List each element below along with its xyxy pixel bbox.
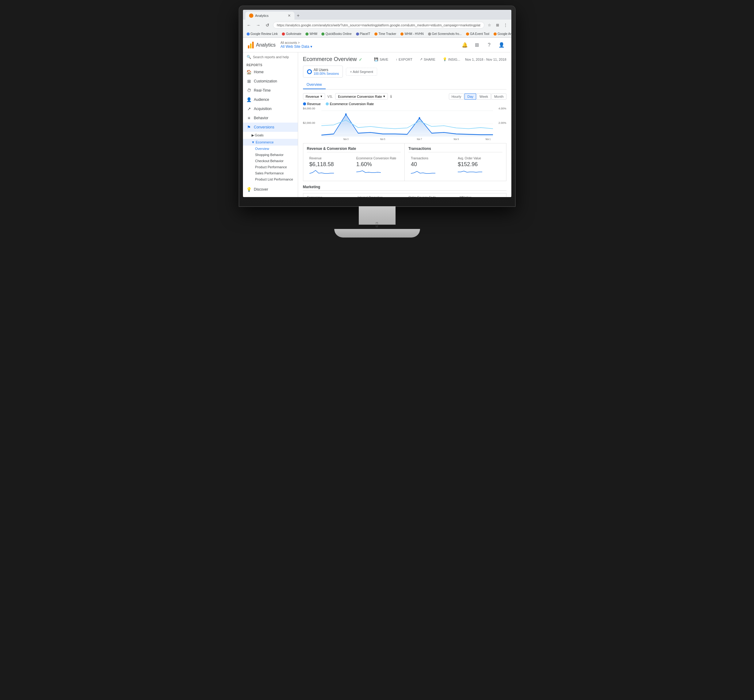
search-icon: 🔍 [247, 55, 251, 59]
bookmark-icon [322, 33, 325, 36]
tab-overview[interactable]: Overview [303, 81, 326, 89]
home-icon: 🏠 [247, 70, 251, 75]
bookmark-screenshots[interactable]: Get Screenshots fro... [427, 31, 463, 36]
ga-logo-bar-2 [250, 44, 251, 48]
revenue-section-title: Revenue & Conversion Rate [307, 147, 401, 152]
notification-bell-button[interactable]: 🔔 [460, 40, 470, 50]
sidebar-item-customization[interactable]: ⊞ Customization [243, 77, 298, 86]
week-button[interactable]: Week [477, 94, 491, 100]
transaction-stats: Transactions 40 Avg. Order Value $152 [408, 155, 503, 178]
reload-button[interactable]: ↺ [264, 22, 271, 29]
menu-button[interactable]: ⋮ [502, 22, 509, 28]
address-bar[interactable] [273, 22, 484, 28]
sidebar-item-admin[interactable]: ⚙ Admin [243, 194, 298, 197]
save-icon: 💾 [374, 57, 378, 61]
segment-all-users[interactable]: All Users 100.00% Sessions [303, 66, 343, 78]
sidebar-item-audience[interactable]: 👤 Audience [243, 95, 298, 104]
bookmark-whm-hvhn[interactable]: WHM - HVHN [399, 31, 425, 36]
bookmark-placeit[interactable]: PlaceIT [355, 31, 372, 36]
audience-icon: 👤 [247, 97, 251, 102]
svg-point-5 [418, 117, 420, 119]
tab-close-btn[interactable]: ✕ [288, 14, 291, 18]
sidebar-item-discover[interactable]: 💡 Discover [243, 185, 298, 194]
bookmark-whm[interactable]: WHM [304, 31, 318, 36]
marketing-campaigns: Campaigns 16 Transactions $2,492.87 Reve… [303, 194, 354, 197]
sidebar-sub-sub-item-checkout-behavior[interactable]: Checkout Behavior [243, 158, 298, 164]
sidebar-sub-sub-item-sales-performance[interactable]: Sales Performance [243, 170, 298, 176]
sidebar-sub-item-ecommerce[interactable]: ▼ Ecommerce [243, 139, 298, 145]
sidebar-item-behavior[interactable]: ≡ Behavior [243, 113, 298, 123]
marketing-affiliation: Affiliation 0 Transactions $0.00 Revenue… [456, 194, 506, 197]
dropdown-arrow-icon-2: ▾ [383, 94, 385, 98]
marketing-coupon: Order Coupon Code 0 Transactions $0.00 R… [405, 194, 455, 197]
stat-transactions-value: 40 [411, 161, 453, 168]
share-button[interactable]: ↗ SHARE [417, 56, 438, 62]
bookmark-goanimate[interactable]: GoAnimate [281, 31, 303, 36]
extensions-button[interactable]: ⊞ [494, 22, 501, 28]
conversions-icon: ⚑ [247, 125, 251, 130]
apps-grid-button[interactable]: ⊞ [472, 40, 482, 50]
primary-metric-select[interactable]: Revenue ▾ [303, 93, 325, 100]
report-actions: 💾 SAVE ↑ EXPORT ↗ SHARE [372, 56, 506, 62]
account-avatar-button[interactable]: 👤 [496, 40, 506, 50]
bookmark-ga-event[interactable]: GA Event Tool [465, 31, 490, 36]
ga-body: 🔍 Search reports and help REPORTS 🏠 Home… [243, 52, 511, 197]
segment-info: All Users 100.00% Sessions [314, 68, 339, 75]
sidebar-sub-sub-item-product-list[interactable]: Product List Performance [243, 176, 298, 182]
browser-tabs: Analytics ✕ + [243, 10, 511, 20]
sidebar-sub-item-goals[interactable]: ▶ Goals [243, 132, 298, 139]
sidebar-item-label-acquisition: Acquisition [254, 107, 272, 111]
sidebar-search-label: Search reports and help [253, 55, 289, 59]
behavior-icon: ≡ [247, 116, 251, 120]
stat-revenue-label: Revenue [309, 156, 351, 160]
month-button[interactable]: Month [492, 94, 506, 100]
stat-avg-label: Avg. Order Value [458, 156, 500, 160]
bookmark-google-review[interactable]: Google Review Link [245, 31, 279, 36]
ga-header-title: Analytics [256, 42, 276, 48]
coupon-label: Order Coupon Code [408, 196, 451, 197]
ga-account-value[interactable]: All Web Site Data ▾ [281, 44, 312, 49]
sidebar-sub-sub-item-overview[interactable]: Overview [243, 145, 298, 152]
browser-tab[interactable]: Analytics ✕ [245, 12, 294, 20]
acquisition-icon: ↗ [247, 106, 251, 111]
day-button[interactable]: Day [464, 94, 476, 100]
ga-logo-bars [248, 42, 254, 48]
sidebar-sub-sub-item-product-performance[interactable]: Product Performance [243, 164, 298, 170]
report-header: Ecommerce Overview ✓ 💾 SAVE ↑ [303, 56, 506, 62]
sidebar-item-acquisition[interactable]: ↗ Acquisition [243, 104, 298, 113]
sidebar-item-realtime[interactable]: ⏱ Real-Time [243, 86, 298, 95]
new-tab-button[interactable]: + [294, 12, 302, 20]
forward-button[interactable]: → [254, 22, 262, 29]
ga-account-selector[interactable]: All accounts > All Web Site Data ▾ [281, 41, 312, 49]
ga-header-icons: 🔔 ⊞ ? 👤 [460, 40, 506, 50]
revenue-section: Revenue & Conversion Rate Revenue $6,118… [303, 144, 405, 181]
bookmark-quickbooks[interactable]: QuickBooks Online [320, 31, 353, 36]
back-button[interactable]: ← [245, 22, 253, 29]
stat-conversion-value: 1.60% [356, 161, 398, 168]
sidebar-section-label-reports: REPORTS [243, 62, 298, 67]
conversion-legend-dot [326, 102, 329, 105]
bookmark-star-button[interactable]: ☆ [486, 22, 493, 28]
bookmark-icon [306, 33, 309, 36]
bookmark-timetracker[interactable]: Time Tracker [373, 31, 397, 36]
sidebar-search[interactable]: 🔍 Search reports and help [243, 52, 298, 62]
secondary-metric-select[interactable]: Ecommerce Conversion Rate ▾ [335, 93, 388, 100]
add-segment-button[interactable]: + Add Segment [346, 68, 377, 76]
report-verified-icon: ✓ [359, 57, 362, 62]
hourly-button[interactable]: Hourly [449, 94, 464, 100]
sidebar-item-home[interactable]: 🏠 Home [243, 67, 298, 77]
report-title-text: Ecommerce Overview [303, 56, 357, 62]
bookmark-google-analytics[interactable]: Google Analytics [492, 31, 511, 36]
export-button[interactable]: ↑ EXPORT [393, 56, 415, 62]
chart-area: $4,000.00 $2,000.00 [303, 107, 506, 141]
sidebar-item-label-customization: Customization [254, 79, 277, 83]
imac-screen: Analytics ✕ + ← → ↺ ☆ ⊞ ⋮ [243, 10, 511, 197]
sidebar-item-conversions[interactable]: ⚑ Conversions [243, 123, 298, 132]
transactions-section: Transactions Transactions 40 [405, 144, 506, 181]
save-button[interactable]: 💾 SAVE [372, 56, 391, 62]
bookmark-icon [400, 33, 403, 36]
sidebar-sub-sub-item-shopping-behavior[interactable]: Shopping Behavior [243, 152, 298, 158]
svg-text:Nov 3: Nov 3 [343, 137, 348, 141]
help-button[interactable]: ? [484, 40, 494, 50]
insight-button[interactable]: 💡 INSIG... [440, 56, 463, 62]
